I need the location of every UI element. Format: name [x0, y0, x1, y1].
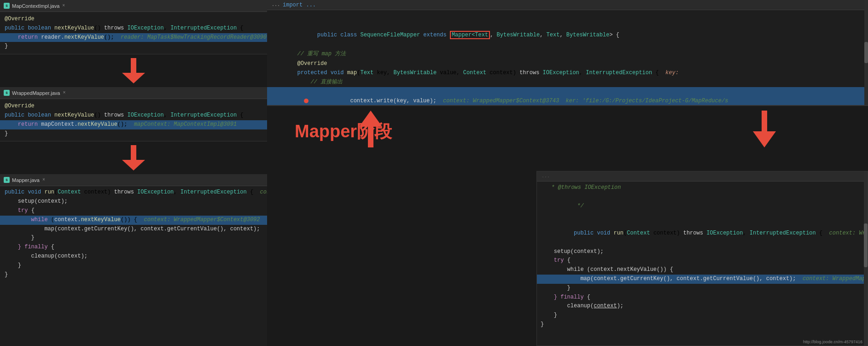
svg-rect-0 — [131, 58, 136, 73]
code-line: } — [537, 311, 868, 320]
tab-icon-2: G — [4, 90, 10, 96]
sequence-file-mapper-block: ... import ... public class SequenceFile… — [267, 0, 868, 106]
code-line: setup(context); — [0, 197, 267, 206]
code-content-3: public void run(Context context) throws … — [0, 186, 267, 281]
code-line: public void run(Context context) throws … — [0, 188, 267, 197]
mapper-block: G Mapper.java × public void run(Context … — [0, 174, 267, 346]
tab-bar-3: G Mapper.java × — [0, 174, 267, 186]
svg-marker-7 — [753, 131, 776, 147]
code-content-1: @Override public boolean nextKeyValue() … — [0, 12, 267, 54]
code-line: } — [537, 320, 868, 329]
code-line: protected void map(Text key, BytesWritab… — [267, 68, 868, 77]
code-line: cleanup(context); — [0, 252, 267, 261]
code-line: public boolean nextKeyValue() throws IOE… — [0, 24, 267, 33]
svg-rect-2 — [131, 145, 136, 160]
code-line: } finally { — [0, 243, 267, 252]
import-label: import ... — [283, 2, 316, 8]
code-line: } — [0, 42, 267, 51]
code-line: try { — [0, 206, 267, 216]
code-line-highlighted: context.write(key, value); context: Wrap… — [267, 87, 868, 106]
map-context-impl-block: G MapContextImpl.java × @Override public… — [0, 0, 267, 54]
tab-bar-2: G WrappedMapper.java × — [0, 87, 267, 99]
seq-code-content: public class SequenceFileMapper extends … — [267, 10, 868, 106]
code-line: try { — [537, 256, 868, 265]
code-line-highlighted: return reader.nextKeyValue(); reader: Ma… — [0, 33, 267, 42]
code-line: } — [0, 129, 267, 139]
right-panel: ... import ... public class SequenceFile… — [267, 0, 868, 346]
svg-marker-4 — [359, 111, 382, 127]
code-line-highlighted: return mapContext.nextKeyValue(); mapCon… — [0, 120, 267, 129]
code-line: } — [0, 261, 267, 270]
code-line: } — [0, 234, 267, 243]
code-line: @Override — [267, 59, 868, 68]
tab-icon-1: G — [4, 3, 10, 9]
arrow-up-1 — [359, 111, 382, 149]
tab-bar-1: G MapContextImpl.java × — [0, 0, 267, 12]
bottom-right-code-block: ... * @throws IOException */ public void… — [536, 171, 868, 346]
svg-rect-5 — [368, 127, 373, 147]
code-line: map(context.getCurrentKey(), context.get… — [0, 225, 267, 234]
tab-label-2[interactable]: WrappedMapper.java — [12, 90, 60, 96]
code-line-highlighted: map(context.getCurrentKey(), context.get… — [537, 275, 868, 284]
code-line: while (context.nextKeyValue()) { — [537, 265, 868, 275]
code-line — [267, 12, 868, 21]
import-bar: ... import ... — [267, 0, 868, 10]
code-line-highlighted: while (context.nextKeyValue()) { context… — [0, 216, 267, 225]
code-line: setup(context); — [537, 247, 868, 257]
code-line: } finally { — [537, 293, 868, 302]
wrapped-mapper-block: G WrappedMapper.java × @Override public … — [0, 87, 267, 141]
arrow-down-right — [753, 111, 776, 149]
svg-rect-6 — [762, 111, 767, 131]
tab-label-1[interactable]: MapContextImpl.java — [12, 3, 59, 9]
code-line: public void run(Context context) throws … — [537, 220, 868, 247]
code-line: // 直接输出 — [267, 77, 868, 87]
code-content-2: @Override public boolean nextKeyValue() … — [0, 99, 267, 141]
code-line: @Override — [0, 102, 267, 111]
code-line: } — [0, 270, 267, 280]
url-label: http://blog.joode.cn/m-45797416 — [803, 340, 862, 344]
arrow-down-2 — [0, 141, 267, 174]
left-panel: G MapContextImpl.java × @Override public… — [0, 0, 267, 346]
code-line: } — [537, 284, 868, 293]
arrow-down-1 — [0, 54, 267, 87]
code-line: * @throws IOException — [537, 183, 868, 193]
code-line: @Override — [0, 15, 267, 24]
code-line: cleanup(context); — [537, 302, 868, 311]
svg-marker-1 — [122, 73, 145, 83]
tab-label-3[interactable]: Mapper.java — [12, 177, 40, 183]
vscroll-2[interactable] — [864, 171, 868, 346]
code-line: public boolean nextKeyValue() throws IOE… — [0, 111, 267, 120]
vscroll-1[interactable] — [864, 0, 868, 105]
code-line: // 重写 map 方法 — [267, 49, 868, 59]
bottom-right-header: ... — [537, 171, 868, 182]
bottom-right-code: * @throws IOException */ public void run… — [537, 182, 868, 331]
code-line: public class SequenceFileMapper extends … — [267, 21, 868, 49]
tab-icon-3: G — [4, 177, 10, 183]
code-line: */ — [537, 193, 868, 220]
svg-marker-3 — [122, 160, 145, 170]
